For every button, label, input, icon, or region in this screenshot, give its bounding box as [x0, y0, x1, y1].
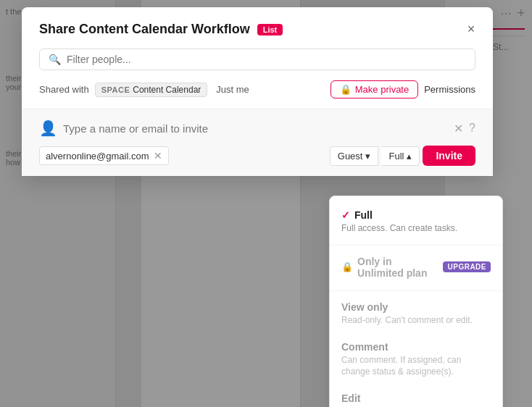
permissions-button[interactable]: Permissions — [424, 84, 475, 95]
dropdown-item-unlimited: 🔒 Only in Unlimited plan UPGRADE — [330, 248, 502, 288]
upgrade-badge[interactable]: UPGRADE — [443, 261, 491, 272]
dropdown-item-full[interactable]: ✓ Full Full access. Can create tasks. — [330, 202, 502, 242]
invite-row: 👤 ✕ ? — [39, 119, 475, 137]
just-me-button[interactable]: Just me — [213, 83, 252, 96]
make-private-button[interactable]: 🔒 Make private — [331, 80, 418, 98]
share-modal: Share Content Calendar Workflow List × 🔍… — [22, 7, 493, 176]
role-dropdown: ✓ Full Full access. Can create tasks. 🔒 … — [329, 196, 503, 407]
help-icon[interactable]: ? — [469, 122, 475, 135]
list-badge: List — [257, 24, 283, 35]
chevron-up-icon: ▴ — [407, 151, 412, 161]
dropdown-item-edit[interactable]: Edit Can edit, but can't create tasks. — [330, 385, 502, 407]
guest-role-button[interactable]: Guest ▾ — [330, 146, 379, 166]
lock-icon: 🔒 — [340, 84, 352, 95]
full-role-button[interactable]: Full ▴ — [381, 146, 420, 166]
shared-with-row: Shared with SPACE Content Calendar Just … — [22, 80, 493, 109]
dropdown-divider-2 — [330, 290, 502, 291]
clear-invite-icon[interactable]: ✕ — [454, 122, 463, 135]
dropdown-item-view-only[interactable]: View only Read-only. Can't comment or ed… — [330, 294, 502, 334]
space-name: Content Calendar — [133, 85, 201, 95]
check-icon: ✓ — [341, 209, 350, 221]
search-icon: 🔍 — [49, 54, 61, 65]
invite-button[interactable]: Invite — [423, 146, 475, 166]
close-button[interactable]: × — [461, 19, 481, 39]
lock-icon: 🔒 — [341, 261, 353, 272]
chevron-down-icon: ▾ — [365, 151, 370, 161]
invite-area: 👤 ✕ ? alvernonline@gmail.com ✕ Guest ▾ F… — [22, 109, 493, 176]
email-controls-row: alvernonline@gmail.com ✕ Guest ▾ Full ▴ … — [39, 146, 475, 166]
email-tag: alvernonline@gmail.com ✕ — [39, 146, 169, 165]
role-select: Guest ▾ Full ▴ Invite — [330, 146, 475, 166]
email-tag-text: alvernonline@gmail.com — [46, 151, 149, 161]
email-tag-remove[interactable]: ✕ — [154, 150, 162, 161]
dropdown-item-comment[interactable]: Comment Can comment. If assigned, can ch… — [330, 334, 502, 386]
dropdown-divider — [330, 245, 502, 246]
space-label: SPACE — [101, 85, 130, 94]
add-person-icon: 👤 — [39, 119, 57, 137]
search-input[interactable] — [67, 54, 466, 65]
invite-input[interactable] — [63, 122, 448, 135]
modal-title: Share Content Calendar Workflow — [39, 22, 250, 37]
space-badge: SPACE Content Calendar — [95, 83, 208, 97]
search-row: 🔍 — [22, 49, 493, 80]
shared-with-label: Shared with — [39, 84, 89, 95]
modal-header: Share Content Calendar Workflow List × — [22, 7, 493, 49]
search-input-wrap: 🔍 — [39, 49, 475, 70]
